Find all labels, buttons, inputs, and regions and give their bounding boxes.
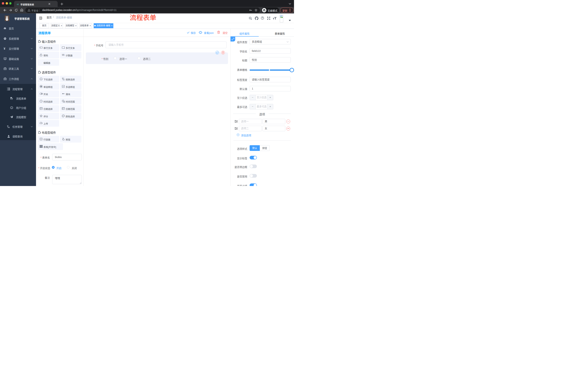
svg-text:123: 123 [62,54,64,55]
